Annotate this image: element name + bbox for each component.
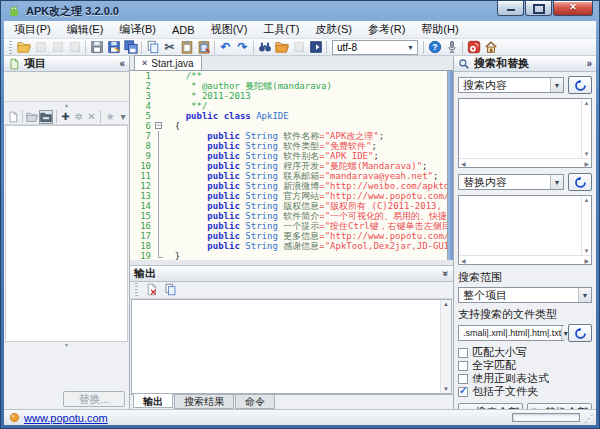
chevron-down-icon[interactable]: ▼ (550, 175, 563, 189)
search-box-vscroll[interactable]: ▲▼ (581, 99, 591, 158)
redo-icon[interactable]: ↷ (234, 39, 251, 55)
main-area: 项目 « ▴ ✚✲✕★▾ ▾ 替换... × St (4, 56, 596, 409)
paste-special-icon[interactable] (195, 39, 212, 55)
undo-icon[interactable]: ↶ (217, 39, 234, 55)
replace-content-input[interactable]: ▲▼ ◀▶ (458, 195, 592, 265)
toolbar-separator (56, 110, 57, 123)
menu-item-0[interactable]: 项目(P) (6, 20, 59, 39)
menu-item-8[interactable]: 帮助(H) (413, 20, 466, 39)
line-number: 19 (130, 251, 154, 260)
file-types-edit-button[interactable] (568, 324, 592, 342)
chevron-down-icon[interactable]: ▼ (550, 78, 563, 92)
collapse-down-icon[interactable]: » (441, 271, 452, 277)
fold-margin (154, 71, 164, 81)
new-file-icon[interactable] (7, 110, 19, 124)
replace-box-hscroll[interactable]: ◀▶ (459, 255, 591, 264)
option-3[interactable]: 包括子文件夹 (458, 385, 592, 398)
project-toolbar: ✚✲✕★▾ (4, 109, 129, 125)
search-history-button[interactable] (568, 76, 592, 94)
menu-item-1[interactable]: 编辑(E) (59, 20, 112, 39)
favorite-icon[interactable]: ★ (104, 110, 116, 124)
menu-item-3[interactable]: ADB (164, 22, 203, 38)
tab-close-icon[interactable]: × (142, 58, 147, 68)
open-apk-icon[interactable] (15, 39, 32, 55)
output-text-area[interactable]: ▲▼ (131, 299, 452, 394)
encoding-value: utf-8 (337, 42, 357, 53)
fold-mid-icon (154, 191, 164, 201)
output-tab-0[interactable]: 输出 (133, 394, 173, 408)
project-tree-top[interactable] (4, 72, 129, 102)
more-icon[interactable]: ▾ (117, 110, 129, 124)
menu-item-4[interactable]: 视图(V) (203, 20, 256, 39)
resize-grip[interactable]: ⋰ (584, 413, 594, 424)
code-text: public String 官方网站="http://www.popotu.co… (164, 191, 447, 201)
svg-text:?: ? (432, 42, 437, 52)
checkbox-icon[interactable] (458, 374, 468, 384)
fold-start-icon[interactable]: – (154, 121, 164, 131)
output-tab-2[interactable]: 命令 (235, 395, 275, 409)
file-types-select[interactable]: .smali|.xml|.html|.htm|.txt ▼ (458, 325, 564, 341)
menu-item-6[interactable]: 皮肤(S) (307, 20, 360, 39)
project-replace-area (4, 349, 129, 389)
client-area: 项目(P)编辑(E)编译(B)ADB视图(V)工具(T)皮肤(S)参考(R)帮助… (4, 21, 596, 425)
add-icon[interactable]: ✚ (60, 110, 72, 124)
cut-icon[interactable]: ✂ (161, 39, 178, 55)
replace-box-vscroll[interactable]: ▲▼ (581, 196, 591, 255)
save-all-icon[interactable] (122, 39, 139, 55)
menu-item-7[interactable]: 参考(R) (360, 20, 413, 39)
maximize-button[interactable] (525, 1, 552, 16)
line-number: 4 (130, 101, 154, 111)
remove-icon[interactable]: ✕ (85, 110, 97, 124)
search-content-combobox[interactable]: 搜索内容 ▼ (458, 77, 564, 93)
project-splitter-down[interactable]: ▾ (4, 342, 129, 349)
collapse-right-icon[interactable]: » (586, 58, 592, 69)
collapse-left-icon[interactable]: « (119, 58, 125, 69)
copy-icon[interactable] (144, 39, 161, 55)
replace-button[interactable]: 替换... (63, 391, 125, 407)
save-icon[interactable] (88, 39, 105, 55)
search-icon[interactable] (256, 39, 273, 55)
project-tree[interactable] (5, 125, 128, 342)
search-scope-select[interactable]: 整个项目 ▼ (458, 287, 592, 303)
project-panel-title: 项目 (24, 56, 46, 71)
chevron-down-icon[interactable]: ▼ (578, 288, 591, 302)
output-scrollbar[interactable]: ▲▼ (440, 300, 451, 393)
home-icon[interactable] (482, 39, 499, 55)
checkbox-icon[interactable] (458, 348, 468, 358)
voice-icon[interactable] (443, 39, 460, 55)
open-folder-icon[interactable] (26, 110, 38, 124)
close-button[interactable] (553, 1, 593, 16)
menu-item-2[interactable]: 编译(B) (111, 20, 164, 39)
output-tab-1[interactable]: 搜索结果 (174, 395, 234, 409)
checkbox-icon[interactable] (458, 361, 468, 371)
website-link[interactable]: www.popotu.com (24, 412, 108, 424)
chevron-down-icon[interactable]: ▼ (407, 44, 417, 51)
help-icon[interactable]: ? (426, 39, 443, 55)
paste-icon[interactable] (178, 39, 195, 55)
refresh-icon[interactable]: ✲ (73, 110, 85, 124)
code-line-2: 2 * @author 曼陀螺(mandarava) (130, 81, 447, 91)
code-editor[interactable]: 1 /**2 * @author 曼陀螺(mandarava)3 * 2011-… (130, 71, 453, 260)
app-robot-icon (7, 4, 21, 18)
decompile-icon[interactable] (307, 39, 324, 55)
replace-content-combobox[interactable]: 替换内容 ▼ (458, 174, 564, 190)
encoding-select[interactable]: utf-8▼ (332, 40, 418, 55)
minimize-button[interactable] (497, 1, 524, 16)
output-panel-header: 输出 » (130, 266, 453, 282)
search-box-hscroll[interactable]: ◀▶ (459, 158, 591, 167)
replace-history-button[interactable] (568, 173, 592, 191)
site-icon (9, 412, 20, 423)
copy-output-icon[interactable] (162, 282, 179, 298)
line-number: 15 (130, 211, 154, 221)
code-text: * @author 曼陀螺(mandarava) (164, 81, 332, 91)
show-folders-icon[interactable] (39, 110, 53, 124)
menu-item-5[interactable]: 工具(T) (255, 20, 307, 39)
checkbox-checked-icon[interactable] (458, 387, 468, 397)
editor-tab-startjava[interactable]: × Start.java (134, 55, 202, 70)
clear-output-icon[interactable] (143, 282, 160, 298)
save-as-icon[interactable] (105, 39, 122, 55)
project-splitter-up[interactable]: ▴ (4, 102, 129, 109)
search-content-input[interactable]: ▲▼ ◀▶ (458, 98, 592, 168)
weibo-icon[interactable] (465, 39, 482, 55)
package-icon[interactable] (273, 39, 290, 55)
